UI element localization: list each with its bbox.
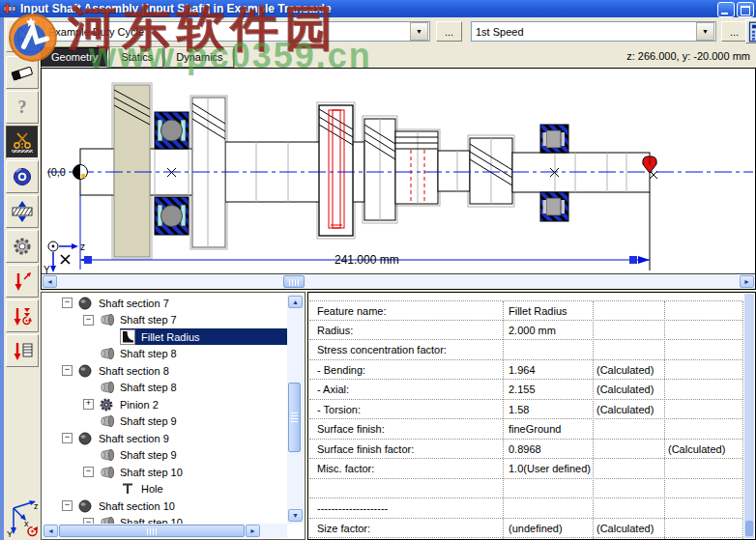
tree-item[interactable]: Shaft step 8 [43, 346, 287, 363]
shaft-section-icon [77, 363, 94, 379]
collapse-icon[interactable]: − [62, 500, 73, 511]
tab-dynamics[interactable]: Dynamics [165, 47, 233, 68]
tree-item[interactable]: −Shaft section 9 [43, 430, 287, 447]
prop-value [503, 479, 593, 498]
title-bar[interactable]: Input Shaft Assembly [Input Shaft] in Ex… [0, 0, 756, 17]
duty-cycle-browse-button[interactable]: ... [436, 21, 462, 42]
prop-status [664, 340, 742, 359]
tree-item[interactable]: +Pinion 2 [43, 396, 287, 413]
load-table-button[interactable] [6, 334, 39, 367]
collapse-icon[interactable]: − [62, 433, 73, 443]
tree-item[interactable]: Shaft step 8 [43, 380, 287, 397]
prop-status [664, 519, 742, 538]
prop-label: Radius: [309, 321, 503, 340]
prop-label: - Bending: [309, 360, 503, 380]
table-row[interactable]: Surface finish factor:0.8968(Calculated) [309, 440, 742, 460]
tree-item[interactable]: Shaft step 9 [43, 413, 287, 431]
scroll-right-icon[interactable]: ► [740, 275, 754, 288]
collapse-icon[interactable]: − [62, 298, 73, 308]
window-title: Input Shaft Assembly [Input Shaft] in Ex… [20, 2, 332, 15]
gear-button[interactable] [6, 230, 39, 263]
gear-tan[interactable] [114, 85, 150, 257]
maximize-button[interactable] [737, 2, 754, 17]
chevron-down-icon[interactable]: ▼ [410, 22, 428, 41]
tree-item[interactable]: Fillet Radius [43, 328, 287, 346]
select-tool-button[interactable] [6, 19, 39, 52]
collapse-icon[interactable]: − [83, 467, 94, 477]
prop-label: - Torsion: [309, 400, 503, 419]
tab-geometry[interactable]: Geometry [41, 47, 108, 68]
table-row[interactable] [309, 479, 742, 499]
tree-item[interactable]: −Shaft section 8 [43, 362, 287, 380]
point-load-icon [10, 270, 35, 293]
orientation-axis-widget[interactable]: z x Y [4, 494, 41, 538]
drawing-panel[interactable]: 241.000 mm (0,0 z [41, 68, 756, 290]
shaft-drawing-canvas[interactable]: 241.000 mm (0,0 z [42, 69, 755, 273]
point-load-button[interactable] [6, 265, 39, 298]
bearing-button[interactable] [6, 160, 39, 193]
tree-item[interactable]: −Shaft step 10 [43, 464, 287, 481]
table-row[interactable]: Stress concentration factor: [309, 340, 742, 360]
prop-status [593, 498, 664, 518]
prop-status [664, 400, 742, 419]
origin-marker[interactable] [73, 165, 88, 180]
prop-status [664, 479, 742, 498]
duty-cycle-select[interactable]: Example Duty Cycle ▼ [44, 21, 430, 42]
table-column-divider [593, 301, 594, 539]
expand-icon[interactable]: + [83, 399, 94, 410]
torque-load-icon [10, 304, 35, 327]
tree-item[interactable]: Hole [43, 481, 287, 498]
scroll-left-icon[interactable]: ◄ [43, 275, 57, 288]
tab-statics[interactable]: Statics [110, 47, 163, 68]
load-case-select[interactable]: 1st Speed ▼ [471, 21, 716, 42]
gear-selected-red[interactable] [319, 105, 353, 236]
tree-item[interactable]: Shaft step 9 [43, 447, 287, 465]
scroll-up-icon[interactable]: ▲ [288, 296, 303, 308]
prop-status [664, 301, 742, 320]
properties-scrollbar[interactable] [744, 294, 754, 538]
tree-item[interactable]: −Shaft step 7 [43, 312, 287, 329]
scroll-down-icon[interactable]: ▼ [288, 509, 303, 522]
maximize-icon [741, 6, 750, 15]
dimension-label: 241.000 mm [334, 253, 399, 267]
load-case-browse-button[interactable]: ... [721, 21, 747, 42]
scroll-right-icon[interactable]: ► [246, 525, 260, 537]
tree-hscroll-thumb[interactable] [59, 525, 245, 537]
tree-v-scrollbar[interactable]: ▲ ▼ [287, 294, 304, 524]
tree-h-scrollbar[interactable]: ◄ ► [43, 524, 287, 538]
prop-status: (Calculated) [593, 360, 664, 380]
drawing-h-scrollbar[interactable]: ◄ ► [42, 273, 755, 289]
scroll-left-icon[interactable]: ◄ [44, 525, 58, 537]
table-row[interactable]: - Torsion:1.58(Calculated) [309, 400, 742, 420]
cut-section-button[interactable] [6, 126, 39, 158]
minimize-button[interactable] [717, 2, 735, 17]
tree-item[interactable]: −Shaft section 10 [43, 497, 287, 515]
table-row[interactable]: Misc. factor:1.0(User defined) [309, 459, 742, 479]
svg-text:?: ? [18, 98, 27, 117]
tree-scroll-thumb[interactable] [288, 383, 301, 452]
table-row[interactable]: Radius:2.000 mm [309, 321, 742, 341]
tree-item[interactable]: −Shaft step 10 [43, 515, 287, 525]
collapse-icon[interactable]: − [62, 365, 73, 376]
tree-item-label: Shaft section 8 [99, 365, 169, 377]
table-row[interactable]: - Bending:1.964(Calculated) [309, 360, 742, 381]
chevron-down-icon[interactable]: ▼ [696, 22, 714, 41]
drawing-scroll-thumb[interactable] [283, 275, 305, 288]
eraser-button[interactable] [6, 56, 39, 89]
tree-item[interactable]: −Shaft section 7 [43, 295, 287, 312]
table-row[interactable]: - Axial:2.155(Calculated) [309, 380, 742, 400]
collapse-icon[interactable]: − [83, 315, 94, 326]
prop-status [593, 479, 664, 498]
table-row[interactable]: Surface finish:fineGround [309, 419, 742, 440]
table-row[interactable]: -------------------- [309, 498, 742, 519]
table-row[interactable]: Size factor:(undefined)(Calculated) [309, 519, 742, 539]
torque-load-button[interactable] [6, 299, 39, 332]
properties-scroll-thumb[interactable] [745, 521, 753, 536]
calculator-button[interactable] [745, 19, 756, 43]
help-button[interactable]: ? [6, 91, 39, 124]
cross-section-button[interactable] [6, 195, 39, 228]
duty-cycle-value: Example Duty Cycle [44, 26, 409, 38]
app-icon [3, 2, 16, 15]
toolbar: Example Duty Cycle ▼ ... 1st Speed ▼ ... [39, 17, 756, 46]
table-row[interactable]: Feature name:Fillet Radius [309, 300, 742, 321]
